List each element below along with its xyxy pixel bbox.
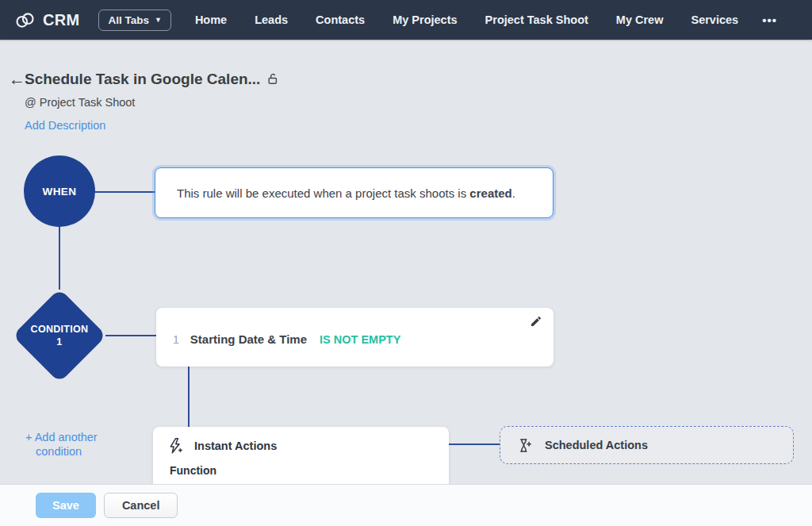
rule-description-text: This rule will be executed when a projec… bbox=[177, 186, 515, 200]
connector-when-to-rule bbox=[94, 191, 155, 193]
condition-row: 1 Starting Date & Time IS NOT EMPTY bbox=[173, 332, 400, 346]
brand-name: CRM bbox=[43, 11, 79, 29]
edit-pencil-icon[interactable] bbox=[530, 315, 542, 328]
nav-item-contacts[interactable]: Contacts bbox=[316, 13, 365, 26]
condition-number: 1 bbox=[173, 333, 179, 346]
condition-node[interactable]: CONDITION 1 bbox=[13, 289, 107, 383]
when-node-label: WHEN bbox=[43, 186, 77, 198]
instant-actions-header: Instant Actions bbox=[153, 427, 449, 455]
nav-item-my-crew[interactable]: My Crew bbox=[616, 13, 664, 26]
nav-item-project-task-shoot[interactable]: Project Task Shoot bbox=[485, 13, 588, 26]
all-tabs-label: All Tabs bbox=[108, 14, 149, 26]
nav-items: Home Leads Contacts My Projects Project … bbox=[195, 13, 738, 26]
chevron-down-icon: ▼ bbox=[155, 17, 162, 24]
scheduled-actions-box[interactable]: Scheduled Actions bbox=[500, 426, 794, 464]
instant-actions-title: Instant Actions bbox=[194, 440, 277, 452]
more-tabs-ellipsis-icon[interactable]: ••• bbox=[762, 13, 777, 27]
cancel-button[interactable]: Cancel bbox=[104, 493, 178, 518]
condition-criteria-box[interactable]: 1 Starting Date & Time IS NOT EMPTY bbox=[156, 308, 553, 367]
nav-item-my-projects[interactable]: My Projects bbox=[393, 13, 457, 26]
back-arrow-icon[interactable]: ← bbox=[9, 70, 25, 89]
instant-actions-box[interactable]: Instant Actions Function bbox=[153, 427, 449, 484]
connector-instant-to-scheduled bbox=[449, 443, 500, 445]
nav-item-services[interactable]: Services bbox=[691, 13, 738, 26]
condition-node-label: CONDITION 1 bbox=[26, 302, 93, 369]
nav-item-leads[interactable]: Leads bbox=[255, 13, 288, 26]
crm-brand[interactable]: CRM bbox=[14, 10, 79, 31]
top-navbar: CRM All Tabs ▼ Home Leads Contacts My Pr… bbox=[0, 0, 812, 40]
nav-item-home[interactable]: Home bbox=[195, 13, 227, 26]
condition-field: Starting Date & Time bbox=[190, 332, 307, 346]
condition-operator: IS NOT EMPTY bbox=[320, 333, 400, 346]
all-tabs-dropdown[interactable]: All Tabs ▼ bbox=[98, 10, 170, 31]
connector-when-to-condition bbox=[59, 227, 60, 290]
connector-condition-to-box bbox=[105, 335, 156, 336]
page-title: Schedule Task in Google Calen... bbox=[25, 71, 260, 88]
footer-bar: Save Cancel bbox=[0, 484, 812, 526]
hourglass-plus-icon bbox=[517, 437, 534, 454]
unlock-icon[interactable] bbox=[266, 72, 280, 86]
scheduled-actions-title: Scheduled Actions bbox=[545, 439, 648, 451]
zoho-rings-icon bbox=[14, 10, 36, 31]
when-node[interactable]: WHEN bbox=[24, 155, 95, 227]
module-name: @ Project Task Shoot bbox=[25, 96, 135, 109]
add-another-condition-link[interactable]: + Add another condition bbox=[25, 431, 98, 459]
add-description-link[interactable]: Add Description bbox=[25, 119, 105, 132]
connector-condition-to-instant bbox=[188, 367, 190, 428]
rule-description-box[interactable]: This rule will be executed when a projec… bbox=[155, 167, 553, 218]
save-button[interactable]: Save bbox=[36, 493, 96, 518]
instant-action-function[interactable]: Function bbox=[153, 455, 449, 477]
lightning-plus-icon bbox=[167, 437, 184, 455]
